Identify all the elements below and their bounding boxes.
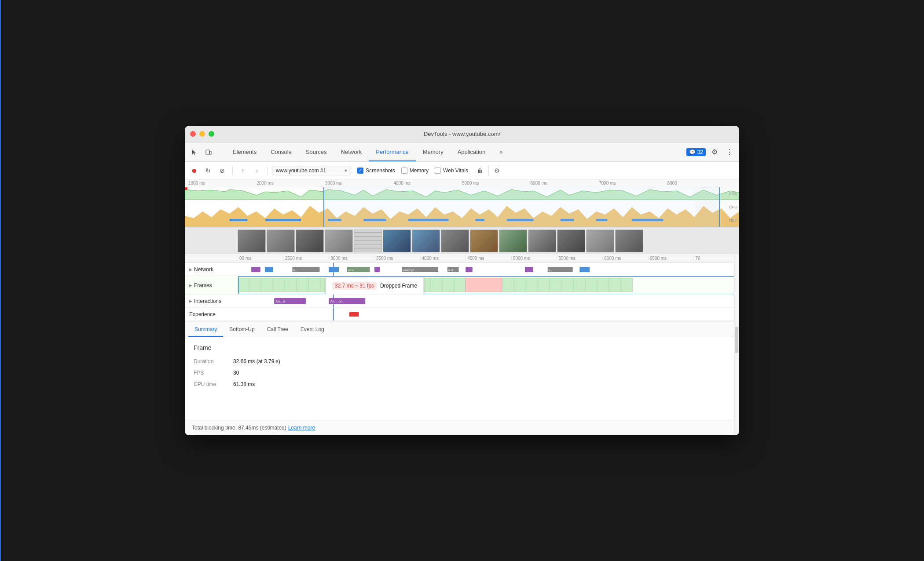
- devtools-window: DevTools - www.youtube.com/ Elements Con…: [185, 126, 739, 435]
- svg-rect-66: [621, 278, 633, 292]
- svg-rect-23: [329, 267, 339, 272]
- timeline-overview[interactable]: 1000 ms 2000 ms 3000 ms 4000 ms 5000 ms …: [185, 179, 739, 228]
- scrollbar-thumb[interactable]: [735, 327, 738, 353]
- network-track: ▶ Network v... vi vi... video: [185, 263, 739, 276]
- cpu-label: CPU: [729, 205, 737, 209]
- clear-button[interactable]: ⊘: [216, 165, 228, 176]
- tab-network[interactable]: Network: [334, 142, 369, 161]
- tab-console[interactable]: Console: [264, 142, 299, 161]
- svg-rect-0: [206, 150, 209, 154]
- network-track-content: v... vi vi... videopl... v v... v...: [238, 263, 739, 276]
- thumbnail-14: [615, 230, 643, 252]
- ruler-mark-7: 7000 ms: [599, 181, 667, 186]
- svg-rect-60: [550, 278, 561, 292]
- svg-rect-32: [525, 267, 533, 272]
- svg-rect-42: [309, 278, 320, 292]
- svg-rect-41: [297, 278, 308, 292]
- tab-summary[interactable]: Summary: [188, 321, 223, 337]
- reload-record-button[interactable]: ↻: [202, 165, 214, 176]
- tick-6000: 6000 ms: [602, 256, 648, 261]
- overview-chart[interactable]: FPS CPU NET: [185, 187, 739, 227]
- import-button[interactable]: ↑: [237, 165, 249, 176]
- svg-rect-59: [538, 278, 550, 292]
- tab-event-log[interactable]: Event Log: [294, 321, 330, 337]
- svg-rect-55: [466, 278, 502, 292]
- notifications-badge[interactable]: 💬 32: [686, 148, 706, 156]
- tab-sources[interactable]: Sources: [299, 142, 334, 161]
- close-button[interactable]: [190, 131, 196, 137]
- svg-rect-35: [579, 267, 590, 272]
- tab-bottom-up[interactable]: Bottom-Up: [223, 321, 260, 337]
- svg-rect-1: [209, 151, 211, 154]
- ruler-mark-6: 6000 ms: [531, 181, 599, 186]
- thumbnail-13: [586, 230, 614, 252]
- screenshots-checkbox-box[interactable]: ✓: [357, 168, 363, 174]
- svg-rect-31: [466, 267, 473, 272]
- experience-track: Experience: [185, 308, 739, 321]
- tab-call-tree[interactable]: Call Tree: [261, 321, 294, 337]
- toolbar-divider-2: [267, 166, 268, 175]
- experience-track-content: [238, 308, 739, 321]
- minimize-button[interactable]: [199, 131, 205, 137]
- svg-text:v v...: v v...: [448, 268, 456, 272]
- tab-more[interactable]: »: [492, 142, 510, 161]
- trash-button[interactable]: 🗑: [474, 165, 486, 176]
- blocking-time-text: Total blocking time: 87.45ms (estimated): [192, 425, 286, 431]
- fps-label: FPS: [729, 192, 737, 196]
- thumbnail-11: [528, 230, 556, 252]
- thumbnail-7: [412, 230, 440, 252]
- experience-track-label: Experience: [185, 311, 238, 317]
- svg-rect-14: [323, 187, 324, 227]
- checkbox-group: ✓ Screenshots Memory Web Vitals 🗑: [357, 165, 486, 176]
- ruler-mark-8: 8000: [667, 181, 736, 186]
- main-tabs: Elements Console Sources Network Perform…: [226, 142, 686, 161]
- ruler-mark-4: 4000 ms: [394, 181, 462, 186]
- web-vitals-checkbox-box[interactable]: [435, 168, 441, 174]
- nav-icons: [188, 142, 220, 161]
- interactions-track-label[interactable]: ▶ Interactions: [185, 298, 238, 304]
- timeline-scrollbar[interactable]: [734, 254, 739, 435]
- tab-memory[interactable]: Memory: [416, 142, 451, 161]
- svg-rect-78: [358, 312, 359, 317]
- web-vitals-checkbox[interactable]: Web Vitals: [435, 168, 468, 174]
- svg-rect-75: [351, 312, 352, 317]
- device-toggle-icon[interactable]: [202, 146, 215, 158]
- svg-rect-61: [562, 278, 573, 292]
- svg-rect-26: [374, 267, 380, 272]
- memory-checkbox-box[interactable]: [401, 168, 407, 174]
- settings-button[interactable]: ⚙: [491, 165, 503, 176]
- tick-5000: 5000 ms: [511, 256, 557, 261]
- tab-elements[interactable]: Elements: [226, 142, 264, 161]
- frame-title: Frame: [194, 344, 730, 351]
- cursor-icon[interactable]: [188, 146, 201, 158]
- record-button[interactable]: ⏺: [188, 165, 200, 176]
- frames-track-label[interactable]: ▶ Frames: [185, 282, 238, 288]
- svg-rect-15: [719, 187, 720, 227]
- export-button[interactable]: ↓: [251, 165, 263, 176]
- url-selector[interactable]: www.youtube.com #1 ▾: [272, 166, 351, 175]
- maximize-button[interactable]: [209, 131, 214, 137]
- tab-application[interactable]: Application: [451, 142, 493, 161]
- svg-rect-40: [285, 278, 297, 292]
- frames-track: ▶ Frames 32.7 ms ~ 31 fps Dropped Frame: [185, 276, 739, 295]
- thumbnail-3: [296, 230, 324, 252]
- overview-ruler: 1000 ms 2000 ms 3000 ms 4000 ms 5000 ms …: [185, 179, 739, 187]
- network-track-label[interactable]: ▶ Network: [185, 266, 238, 273]
- svg-rect-56: [502, 278, 514, 292]
- learn-more-link[interactable]: Learn more: [288, 425, 315, 431]
- toolbar-end-divider: [488, 165, 489, 176]
- main-content: 00 ms 2500 ms 3000 ms 3500 ms 4000 ms 45…: [185, 254, 739, 435]
- screenshots-checkbox[interactable]: ✓ Screenshots: [357, 168, 395, 174]
- tab-performance[interactable]: Performance: [369, 142, 415, 161]
- interactions-track-content: An...n Ani...on: [238, 295, 739, 307]
- memory-checkbox[interactable]: Memory: [401, 168, 429, 174]
- svg-rect-2: [230, 219, 248, 221]
- ruler-mark-2: 2000 ms: [257, 181, 326, 186]
- settings-icon[interactable]: ⚙: [708, 146, 721, 158]
- chart-labels: FPS CPU NET: [729, 187, 737, 227]
- svg-rect-38: [261, 278, 273, 292]
- more-icon[interactable]: ⋮: [723, 146, 736, 158]
- tab-bar-right: 💬 32 ⚙ ⋮: [686, 142, 736, 161]
- ruler-mark-1: 1000 ms: [188, 181, 257, 186]
- svg-rect-36: [238, 278, 249, 292]
